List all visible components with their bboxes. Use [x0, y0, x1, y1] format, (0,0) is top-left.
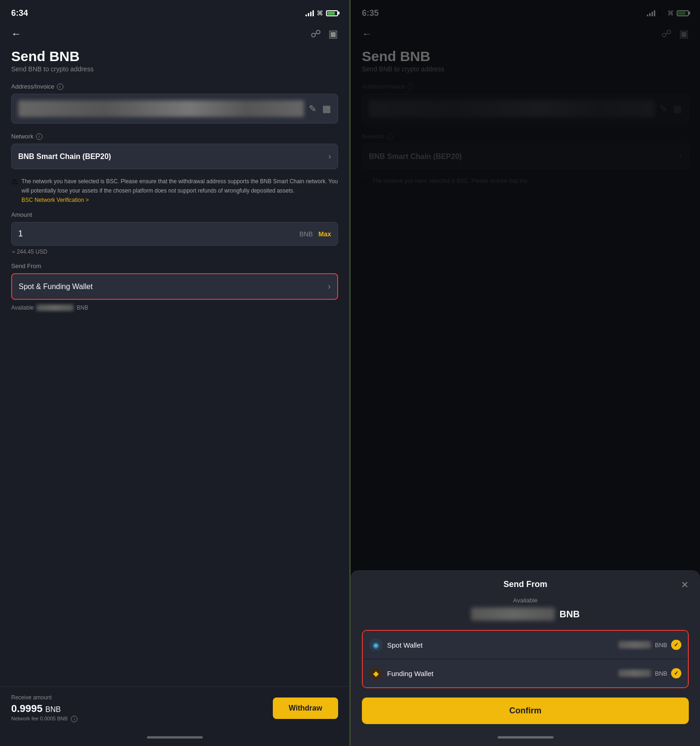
network-fee-left: Network fee 0.0005 BNB i: [11, 716, 77, 722]
network-chevron-left: ›: [328, 152, 331, 161]
fee-info-icon-left[interactable]: i: [71, 716, 77, 722]
wallet-options-box: ◉ Spot Wallet BNB ✓ ◆ Funding Wallet: [362, 630, 689, 688]
available-label-left: Available: [11, 304, 34, 311]
modal-title: Send From: [503, 580, 547, 589]
spot-check-icon: ✓: [671, 640, 681, 650]
modal-available-label: Available: [362, 597, 689, 604]
home-indicator-left: [0, 732, 349, 746]
available-currency-left: BNB: [76, 304, 88, 311]
modal-overlay-right: Send From ✕ Available BNB ◉ Spot Wallet: [351, 0, 700, 746]
left-screen: 6:34 ⌘ ← ☍ ▣ Send BNB Send BNB to crypto…: [0, 0, 351, 746]
spot-wallet-right: BNB ✓: [618, 640, 681, 650]
page-title-left: Send BNB: [11, 48, 338, 64]
page-title-section-left: Send BNB Send BNB to crypto address: [0, 45, 349, 76]
address-label-left: Address/Invoice i: [11, 83, 338, 90]
contacts-icon-left[interactable]: ✎: [309, 103, 317, 114]
address-input-left[interactable]: ✎ ▦: [11, 94, 338, 124]
spot-wallet-left: ◉ Spot Wallet: [369, 638, 423, 651]
status-icons-left: ⌘: [305, 9, 338, 17]
spot-wallet-icon: ◉: [369, 638, 382, 651]
warning-icon-left: ⚠: [11, 177, 18, 204]
funding-wallet-left: ◆ Funding Wallet: [369, 667, 434, 680]
home-bar-right: [498, 736, 554, 739]
modal-balance-currency: BNB: [560, 609, 580, 620]
address-value-blurred-left: [18, 100, 304, 117]
send-from-value-left: Spot & Funding Wallet: [19, 283, 93, 291]
bottom-section-left: Receive amount 0.9995 BNB Network fee 0.…: [0, 686, 349, 732]
send-from-selector-left[interactable]: Spot & Funding Wallet ›: [11, 273, 338, 300]
send-from-modal: Send From ✕ Available BNB ◉ Spot Wallet: [351, 570, 700, 746]
receive-row-left: Receive amount 0.9995 BNB Network fee 0.…: [11, 694, 338, 722]
receive-currency-left: BNB: [45, 705, 61, 714]
header-left: ← ☍ ▣: [0, 23, 349, 45]
max-button-left[interactable]: Max: [319, 230, 331, 238]
home-bar-left: [147, 736, 203, 739]
help-icon-left[interactable]: ☍: [311, 28, 321, 40]
warning-box-left: ⚠ The network you have selected is BSC. …: [11, 175, 338, 211]
network-selector-left[interactable]: BNB Smart Chain (BEP20) ›: [11, 144, 338, 169]
back-button-left[interactable]: ←: [11, 28, 21, 40]
available-row-left: Available BNB: [11, 304, 338, 311]
signal-icon: [305, 10, 314, 16]
address-info-icon-left[interactable]: i: [57, 83, 63, 90]
header-icons-left: ☍ ▣: [311, 28, 338, 40]
network-info-icon-left[interactable]: i: [36, 133, 42, 140]
funding-balance-blurred: [618, 670, 651, 677]
amount-input-left[interactable]: 1 BNB Max: [11, 222, 338, 246]
status-time-left: 6:34: [11, 8, 28, 18]
spot-balance-blurred: [618, 641, 651, 649]
wifi-icon: ⌘: [317, 9, 323, 17]
battery-icon: [326, 10, 338, 16]
content-left: Address/Invoice i ✎ ▦ Network i BNB Smar…: [0, 76, 349, 686]
right-screen: 6:35 ☾ ⌘ ← ☍ ▣ Send BNB Send BNB to cryp…: [351, 0, 700, 746]
amount-value-left: 1: [18, 229, 23, 239]
confirm-button[interactable]: Confirm: [362, 698, 689, 724]
funding-wallet-currency: BNB: [655, 670, 667, 677]
warning-content-left: The network you have selected is BSC. Pl…: [21, 177, 338, 204]
funding-wallet-icon: ◆: [369, 667, 382, 680]
spot-wallet-currency: BNB: [655, 642, 667, 649]
send-from-chevron-left: ›: [328, 282, 331, 291]
qr-scan-icon-left[interactable]: ▦: [322, 103, 331, 114]
send-from-label-left: Send From: [11, 262, 338, 269]
funding-wallet-name: Funding Wallet: [387, 670, 434, 677]
amount-label-left: Amount: [11, 211, 338, 218]
amount-section-left: Amount 1 BNB Max ≈ 244.45 USD: [11, 211, 338, 255]
bsc-link-left[interactable]: BSC Network Verification >: [21, 197, 89, 203]
status-bar-left: 6:34 ⌘: [0, 0, 349, 23]
network-name-left: BNB Smart Chain (BEP20): [18, 152, 111, 161]
withdraw-button-left[interactable]: Withdraw: [273, 698, 338, 719]
amount-right-left: BNB Max: [299, 230, 331, 238]
amount-currency-left: BNB: [299, 230, 313, 238]
receive-info-left: Receive amount 0.9995 BNB Network fee 0.…: [11, 694, 77, 722]
receive-amount-left: 0.9995: [11, 703, 42, 715]
address-action-icons-left: ✎ ▦: [309, 103, 331, 114]
modal-close-button[interactable]: ✕: [681, 579, 689, 590]
network-label-left: Network i: [11, 133, 338, 140]
modal-balance-row: BNB: [362, 608, 689, 621]
spot-wallet-option[interactable]: ◉ Spot Wallet BNB ✓: [363, 631, 688, 659]
funding-wallet-option[interactable]: ◆ Funding Wallet BNB ✓: [363, 659, 688, 687]
warning-text-left: The network you have selected is BSC. Pl…: [21, 178, 338, 194]
funding-check-icon: ✓: [671, 668, 681, 678]
funding-wallet-right: BNB ✓: [618, 668, 681, 678]
modal-balance-blurred: [471, 608, 555, 621]
available-amount-blurred-left: [36, 304, 74, 311]
usd-equiv-left: ≈ 244.45 USD: [11, 249, 338, 255]
page-subtitle-left: Send BNB to crypto address: [11, 65, 338, 73]
modal-header: Send From ✕: [362, 580, 689, 589]
scan-icon-left[interactable]: ▣: [328, 28, 338, 40]
receive-label-left: Receive amount: [11, 694, 77, 701]
spot-wallet-name: Spot Wallet: [387, 641, 423, 649]
home-indicator-right: [362, 732, 689, 746]
